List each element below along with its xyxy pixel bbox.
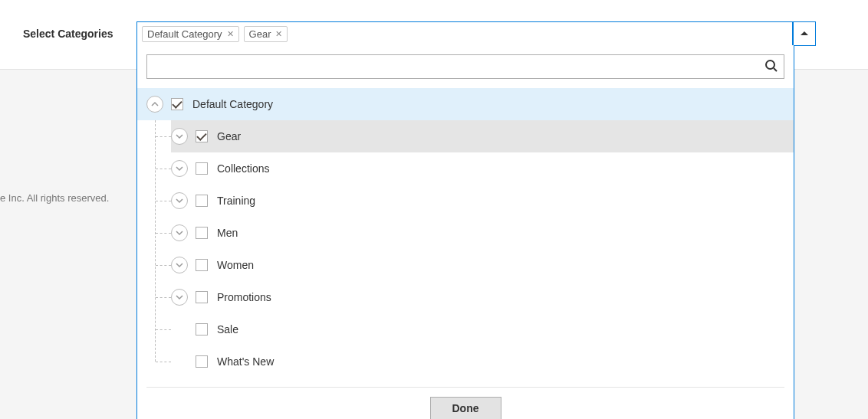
chevron-down-icon	[176, 133, 183, 140]
checkbox[interactable]	[196, 323, 208, 336]
checkbox[interactable]	[171, 98, 183, 110]
chevron-down-icon	[176, 165, 183, 172]
checkbox[interactable]	[196, 259, 208, 271]
tree-node-collections[interactable]: Collections	[171, 152, 794, 185]
tree-connector	[156, 136, 171, 137]
node-label: Gear	[217, 130, 241, 142]
chip-default-category[interactable]: Default Category ✕	[142, 26, 239, 42]
search-input[interactable]	[146, 54, 784, 79]
tree-connector	[156, 201, 171, 201]
multiselect-wrapper: Default Category ✕ Gear ✕	[136, 21, 793, 46]
tree-node-men[interactable]: Men	[171, 217, 794, 249]
tree-connector	[156, 329, 171, 330]
expand-toggle[interactable]	[171, 160, 188, 177]
field-label: Select Categories	[23, 21, 136, 40]
chevron-up-icon	[801, 30, 808, 38]
copyright-text: e Inc. All rights reserved.	[0, 192, 109, 204]
node-label: Training	[217, 195, 255, 207]
chevron-down-icon	[176, 197, 183, 205]
chip-label: Gear	[249, 28, 271, 40]
done-button[interactable]: Done	[430, 397, 501, 419]
tree-node-promotions[interactable]: Promotions	[171, 281, 794, 313]
expand-toggle[interactable]	[171, 128, 188, 145]
expand-toggle[interactable]	[171, 192, 188, 209]
tree-node-women[interactable]: Women	[171, 249, 794, 281]
tree-connector	[156, 265, 171, 266]
tree-root: Default Category Gear Collections	[146, 88, 794, 378]
checkbox[interactable]	[196, 130, 208, 142]
tree-node-training[interactable]: Training	[171, 185, 794, 217]
expand-toggle[interactable]	[171, 224, 188, 241]
node-label: Men	[217, 227, 238, 239]
checkbox[interactable]	[196, 195, 208, 207]
chevron-down-icon	[176, 261, 183, 269]
chevron-down-icon	[176, 229, 183, 237]
expand-toggle[interactable]	[171, 289, 188, 306]
search-icon[interactable]	[764, 59, 778, 75]
multiselect-box[interactable]: Default Category ✕ Gear ✕	[136, 21, 793, 46]
dropdown-toggle-button[interactable]	[793, 21, 816, 46]
checkbox[interactable]	[196, 291, 208, 303]
field-row: Select Categories Default Category ✕ Gea…	[23, 21, 793, 46]
search-wrapper	[146, 54, 784, 79]
collapse-toggle[interactable]	[146, 96, 163, 113]
checkbox[interactable]	[196, 162, 208, 175]
category-dropdown-panel: Default Category Gear Collections	[136, 45, 794, 419]
dropdown-footer: Done	[146, 387, 784, 419]
tree-node-root[interactable]: Default Category	[137, 88, 794, 120]
chip-gear[interactable]: Gear ✕	[244, 26, 288, 42]
tree-connector	[156, 169, 171, 169]
tree-connector	[156, 362, 171, 362]
svg-point-0	[766, 61, 774, 69]
chevron-up-icon	[151, 100, 159, 108]
node-label: Sale	[217, 323, 238, 336]
close-icon[interactable]: ✕	[275, 29, 282, 39]
category-tree: Default Category Gear Collections	[137, 88, 794, 387]
chevron-down-icon	[176, 293, 183, 301]
tree-connector	[156, 233, 171, 234]
node-label: Women	[217, 259, 254, 271]
expand-toggle[interactable]	[171, 257, 188, 273]
tree-node-gear[interactable]: Gear	[171, 120, 794, 152]
tree-connector	[155, 120, 156, 362]
node-label: What's New	[217, 355, 274, 368]
node-label: Promotions	[217, 291, 271, 303]
tree-node-whats-new[interactable]: What's New	[171, 345, 794, 378]
tree-node-sale[interactable]: Sale	[171, 313, 794, 345]
checkbox[interactable]	[196, 227, 208, 239]
node-label: Default Category	[192, 98, 273, 110]
chip-label: Default Category	[147, 28, 222, 40]
tree-connector	[156, 297, 171, 298]
node-label: Collections	[217, 162, 269, 175]
svg-line-1	[774, 68, 777, 71]
close-icon[interactable]: ✕	[227, 29, 234, 39]
checkbox[interactable]	[196, 355, 208, 368]
